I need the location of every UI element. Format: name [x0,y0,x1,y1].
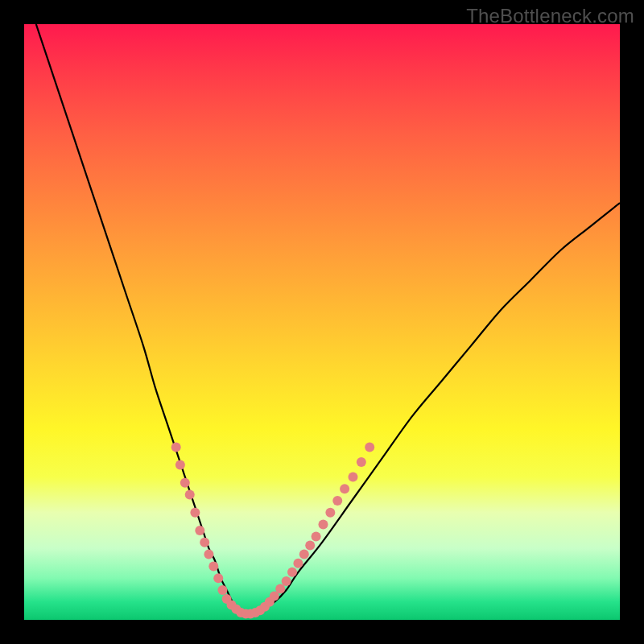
highlight-dot [204,550,213,559]
highlight-dot [282,576,291,586]
highlight-dot [195,526,204,535]
highlight-dot [275,584,285,594]
highlight-dot [305,541,315,551]
highlight-dot [185,490,195,500]
highlight-dot [293,559,303,568]
highlight-dot [299,550,309,559]
highlight-dot [325,508,335,518]
chart-frame: TheBottleneck.com [0,0,644,644]
highlight-dot [208,561,218,571]
plot-area [24,24,620,620]
highlight-dot [213,573,223,583]
highlight-dot [175,460,185,470]
highlight-dot [340,484,349,493]
highlight-dot [332,496,342,506]
highlight-dot [190,508,200,518]
chart-svg [24,24,620,620]
highlight-dot [287,568,297,577]
highlight-dot [180,478,190,488]
highlight-dot [365,442,374,452]
highlight-dot [348,472,357,481]
highlight-dot [357,457,366,467]
highlight-marker-group [171,442,375,618]
bottleneck-curve [36,24,620,614]
highlight-dot [200,538,209,547]
highlight-dot [312,531,321,541]
highlight-dot [318,520,328,530]
highlight-dot [217,585,227,595]
highlight-dot [171,442,181,452]
